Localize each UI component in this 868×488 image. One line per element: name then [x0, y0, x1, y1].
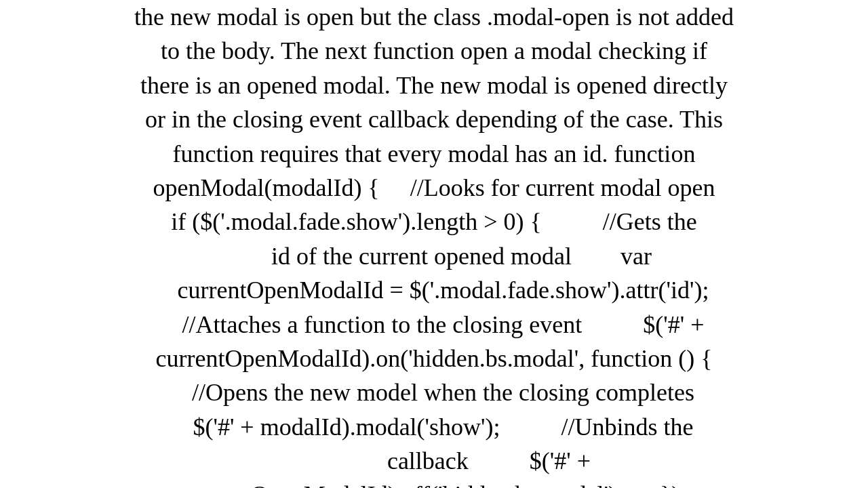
code-text-block: the new modal is open but the class .mod…: [14, 0, 854, 488]
main-content: the new modal is open but the class .mod…: [0, 0, 868, 488]
